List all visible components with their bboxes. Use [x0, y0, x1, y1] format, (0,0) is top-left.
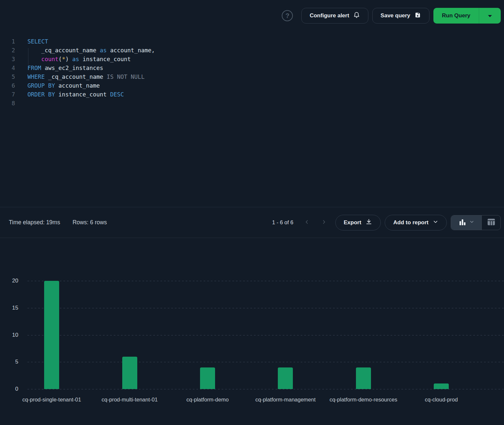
run-query-label: Run Query — [442, 12, 470, 19]
code-text: ORDER BY instance_count DESC — [27, 90, 124, 99]
query-stats: Time elapsed: 19ms Rows: 6 rows — [0, 219, 107, 226]
pagination-prev-button[interactable] — [301, 217, 312, 228]
line-number: 6 — [0, 81, 15, 90]
y-gridline — [27, 308, 504, 308]
chart-view-toggle[interactable] — [451, 215, 481, 230]
code-text: WHERE _cq_account_name IS NOT NULL — [27, 73, 144, 81]
line-number: 5 — [0, 73, 15, 81]
code-line: 4FROM aws_ec2_instances — [0, 64, 504, 73]
run-query-split-button: Run Query — [433, 8, 501, 24]
save-query-button[interactable]: Save query — [372, 8, 429, 24]
bar-cq-platform-demo — [200, 367, 215, 389]
time-elapsed-text: Time elapsed: 19ms — [9, 219, 60, 226]
code-line: 8 — [0, 99, 504, 108]
sql-editor[interactable]: 1SELECT2 _cq_account_name as account_nam… — [0, 31, 504, 207]
add-to-report-label: Add to report — [393, 219, 428, 226]
pagination-range: 1 - 6 of 6 — [272, 219, 293, 226]
results-bar: Time elapsed: 19ms Rows: 6 rows 1 - 6 of… — [0, 207, 504, 238]
code-text: FROM aws_ec2_instances — [27, 64, 103, 73]
bar-cq-platform-management — [278, 367, 293, 389]
line-number: 7 — [0, 90, 15, 99]
chevron-down-icon — [469, 219, 474, 226]
y-axis-tick-label: 20 — [5, 278, 18, 284]
table-view-toggle[interactable] — [481, 215, 500, 230]
code-line: 7ORDER BY instance_count DESC — [0, 90, 504, 99]
export-button[interactable]: Export — [335, 215, 381, 230]
x-axis-tick-label: cq-platform-management — [243, 397, 328, 403]
x-axis-tick-label: cq-platform-demo-resources — [321, 397, 406, 403]
save-query-label: Save query — [380, 12, 410, 19]
bar-chart-icon — [459, 218, 466, 227]
results-bar-chart: 05101520cq-prod-single-tenant-01cq-prod-… — [0, 238, 504, 425]
bell-icon — [353, 11, 360, 20]
code-line: 2 _cq_account_name as account_name, — [0, 46, 504, 55]
save-icon — [414, 11, 421, 20]
code-text: SELECT — [27, 37, 48, 46]
bar-cq-platform-demo-resources — [356, 367, 371, 389]
code-text: _cq_account_name as account_name, — [27, 46, 155, 55]
y-axis-tick-label: 0 — [5, 386, 18, 392]
chevron-right-icon — [321, 219, 327, 226]
x-axis-tick-label: cq-platform-demo — [165, 397, 250, 403]
y-gridline — [27, 362, 504, 362]
configure-alert-button[interactable]: Configure alert — [301, 8, 368, 24]
table-icon — [487, 217, 496, 228]
help-icon[interactable]: ? — [282, 10, 293, 21]
code-line: 3 count(*) as instance_count — [0, 55, 504, 64]
bar-cq-cloud-prod — [434, 383, 449, 389]
code-text: GROUP BY account_name — [27, 81, 100, 90]
rows-count-text: Rows: 6 rows — [73, 219, 107, 226]
line-number: 1 — [0, 37, 15, 46]
y-axis-tick-label: 15 — [5, 305, 18, 311]
code-text: count(*) as instance_count — [27, 55, 131, 64]
line-number: 4 — [0, 64, 15, 73]
top-toolbar: ? Configure alert Save query Run Query — [0, 0, 504, 31]
indent-guide — [28, 48, 28, 65]
code-line: 1SELECT — [0, 37, 504, 46]
y-axis-tick-label: 10 — [5, 332, 18, 338]
x-axis-tick-label: cq-prod-single-tenant-01 — [9, 397, 94, 403]
export-label: Export — [344, 219, 361, 226]
y-gridline — [27, 281, 504, 281]
x-axis-tick-label: cq-cloud-prod — [399, 397, 484, 403]
x-axis-tick-label: cq-prod-multi-tenant-01 — [87, 397, 172, 403]
y-axis-tick-label: 5 — [5, 359, 18, 365]
line-number: 3 — [0, 55, 15, 64]
line-number: 2 — [0, 46, 15, 55]
line-number: 8 — [0, 99, 15, 108]
bar-cq-prod-multi-tenant-01 — [122, 357, 137, 389]
y-gridline — [27, 335, 504, 335]
bar-cq-prod-single-tenant-01 — [44, 281, 59, 389]
chevron-left-icon — [304, 219, 310, 226]
view-toggle-group — [451, 215, 501, 230]
configure-alert-label: Configure alert — [310, 12, 349, 19]
y-gridline — [27, 389, 504, 389]
pagination-next-button[interactable] — [318, 217, 329, 228]
download-icon — [365, 218, 372, 227]
code-line: 6GROUP BY account_name — [0, 81, 504, 90]
caret-down-icon — [488, 13, 492, 19]
code-line: 5WHERE _cq_account_name IS NOT NULL — [0, 73, 504, 81]
add-to-report-button[interactable]: Add to report — [385, 215, 447, 230]
run-query-dropdown-button[interactable] — [479, 8, 501, 24]
chevron-down-icon — [433, 219, 438, 226]
run-query-button[interactable]: Run Query — [433, 8, 479, 24]
